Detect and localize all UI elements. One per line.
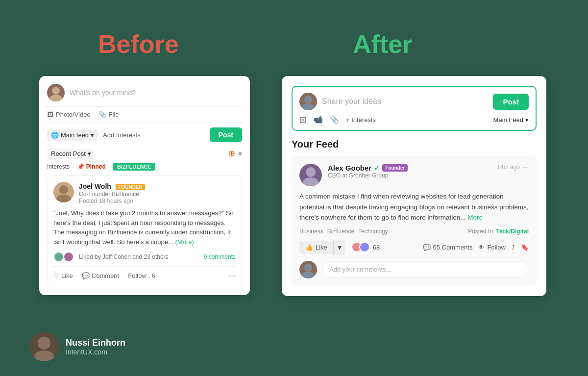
bizfluence-badge[interactable]: BIZFLUENCE bbox=[113, 163, 155, 171]
post-time: Posted 18 hours ago bbox=[79, 198, 236, 204]
post-username-row: Joel Wolh FOUNDER bbox=[79, 182, 236, 191]
compose-placeholder[interactable]: What's on your mind? bbox=[70, 89, 136, 97]
post-subtitle: Co-Founder Bizfluence bbox=[79, 191, 236, 198]
chevron-down-icon: ▾ bbox=[88, 150, 91, 157]
more-options-btn[interactable]: ··· bbox=[228, 271, 236, 281]
interests-btn[interactable]: + Interests bbox=[346, 116, 376, 124]
after-compose: Share your ideas Post 🖼 📹 📎 + Interests … bbox=[292, 86, 537, 131]
image-icon[interactable]: 🖼 bbox=[299, 116, 307, 124]
feed-post-header: Alex Goober ✓ Founder CEO at Gronher Gro… bbox=[299, 164, 529, 186]
comment-input[interactable]: Add your comments... bbox=[322, 261, 529, 277]
tag-technology[interactable]: Technology bbox=[358, 228, 388, 235]
footer-name: Nussi Einhorn bbox=[66, 338, 125, 348]
svg-point-8 bbox=[304, 264, 312, 272]
svg-point-2 bbox=[59, 185, 68, 194]
recent-post-selector[interactable]: Recent Post ▾ bbox=[47, 149, 95, 159]
post-footer: ♡ Like 💬 Comment Follow . 6 ··· bbox=[53, 266, 236, 281]
rss-icon[interactable]: ⊕ bbox=[228, 148, 235, 159]
feed-subtitle: CEO at Gronher Group bbox=[328, 172, 497, 179]
svg-point-3 bbox=[56, 195, 71, 202]
after-post-button[interactable]: Post bbox=[493, 94, 529, 110]
liked-text: Liked by Jeff Cohen and 23 others bbox=[79, 253, 169, 260]
post-button[interactable]: Post bbox=[210, 127, 242, 142]
post-card: Joel Wolh FOUNDER Co-Founder Bizfluence … bbox=[47, 175, 242, 287]
like-count: 68 bbox=[373, 244, 380, 251]
footer-info: Nussi Einhorn IntentUX.com bbox=[66, 338, 125, 356]
heart-icon: ♡ bbox=[53, 272, 59, 279]
posted-in: Posted In: Teck/Digital bbox=[468, 228, 529, 235]
your-feed-title: Your Feed bbox=[292, 139, 537, 150]
verified-icon: ✓ bbox=[374, 164, 380, 172]
before-card: What's on your mind? 🖼 Photo/Video 📎 Fil… bbox=[39, 76, 250, 295]
founder-badge-after: Founder bbox=[382, 164, 408, 172]
bookmark-link[interactable]: 🔖 bbox=[521, 244, 529, 251]
feed-user-info: Alex Goober ✓ Founder CEO at Gronher Gro… bbox=[328, 164, 497, 179]
comment-icon: 💬 bbox=[423, 244, 431, 251]
thumbs-up-icon: 👍 bbox=[305, 244, 313, 251]
actions-row: 🌐 Main feed ▾ Add Interests Post bbox=[47, 127, 242, 142]
comment-icon: 💬 bbox=[82, 272, 90, 279]
post-username: Joel Wolh bbox=[79, 182, 111, 190]
file-icon: 📎 bbox=[98, 111, 106, 118]
feed-actions-row: 👍 Like ▾ 68 💬 65 Comments 👁 Follow bbox=[299, 240, 529, 255]
page-footer: Nussi Einhorn IntentUX.com bbox=[29, 332, 125, 361]
mini-avatar bbox=[359, 242, 370, 252]
recent-post-row: Recent Post ▾ ⊕ ▾ bbox=[47, 148, 242, 159]
after-compose-bottom: 🖼 📹 📎 + Interests Main Feed ▾ bbox=[299, 115, 529, 124]
feed-post-card: Alex Goober ✓ Founder CEO at Gronher Gro… bbox=[292, 156, 537, 286]
svg-point-9 bbox=[302, 272, 315, 278]
commenter-avatar bbox=[299, 261, 317, 278]
post-text: "Joel, Why does it take you 2 months to … bbox=[53, 208, 236, 247]
feed-post-text: A common mistake I find when reviewing w… bbox=[299, 191, 529, 223]
attach-icon[interactable]: 📎 bbox=[330, 115, 339, 124]
interests-tag: Interests bbox=[47, 163, 70, 170]
compose-row: What's on your mind? bbox=[47, 84, 242, 101]
after-card: Share your ideas Post 🖼 📹 📎 + Interests … bbox=[282, 76, 546, 296]
svg-point-10 bbox=[38, 337, 50, 350]
follow-link[interactable]: 👁 Follow bbox=[478, 244, 506, 251]
pinned-tag: 📌 Pinned bbox=[77, 163, 105, 170]
footer-avatar bbox=[29, 332, 59, 361]
like-button[interactable]: 👍 Like bbox=[299, 241, 333, 254]
feed-time: 14m ago ··· bbox=[497, 164, 529, 171]
footer-site: IntentUX.com bbox=[66, 348, 125, 356]
liked-row: Liked by Jeff Cohen and 23 others 9 comm… bbox=[53, 251, 236, 262]
video-icon[interactable]: 📹 bbox=[314, 115, 323, 124]
svg-point-1 bbox=[49, 95, 62, 101]
file-btn[interactable]: 📎 File bbox=[98, 111, 119, 118]
eye-icon: 👁 bbox=[478, 244, 485, 251]
svg-point-5 bbox=[302, 103, 315, 110]
tag-business[interactable]: Business bbox=[299, 228, 323, 235]
add-interests-link[interactable]: Add Interests bbox=[103, 131, 205, 139]
photo-video-btn[interactable]: 🖼 Photo/Video bbox=[47, 111, 91, 118]
after-feed-selector[interactable]: Main Feed ▾ bbox=[493, 116, 529, 124]
feed-more-link[interactable]: More bbox=[467, 214, 483, 221]
like-action[interactable]: ♡ Like bbox=[53, 272, 73, 279]
svg-point-7 bbox=[303, 177, 318, 186]
tag-bizfluence[interactable]: Bizfluence bbox=[327, 228, 354, 235]
media-row: 🖼 Photo/Video 📎 File bbox=[47, 106, 242, 123]
post-avatar bbox=[53, 182, 74, 202]
comment-action[interactable]: 💬 Comment bbox=[82, 272, 119, 279]
after-compose-top: Share your ideas Post bbox=[299, 93, 529, 110]
tags-row: Interests · 📌 Pinned · BIZFLUENCE bbox=[47, 163, 242, 171]
globe-icon: 🌐 bbox=[51, 131, 59, 139]
comments-link[interactable]: 9 comments bbox=[204, 253, 236, 260]
liked-avatars: Liked by Jeff Cohen and 23 others bbox=[53, 251, 169, 262]
photo-icon: 🖼 bbox=[47, 111, 53, 118]
chevron-down-icon: ▾ bbox=[238, 149, 242, 158]
more-options-btn[interactable]: ··· bbox=[524, 164, 529, 171]
follow-action[interactable]: Follow . 6 bbox=[128, 272, 155, 279]
chevron-down-icon: ▾ bbox=[91, 131, 94, 139]
svg-point-0 bbox=[52, 87, 60, 95]
after-label: After bbox=[353, 29, 412, 59]
like-dropdown[interactable]: ▾ bbox=[333, 240, 345, 255]
more-link[interactable]: (More) bbox=[175, 238, 194, 246]
svg-point-4 bbox=[304, 96, 312, 103]
before-label: Before bbox=[98, 29, 179, 59]
comments-link[interactable]: 💬 65 Comments bbox=[423, 244, 473, 251]
share-link[interactable]: ⤴ bbox=[512, 244, 515, 251]
after-compose-input[interactable]: Share your ideas bbox=[322, 97, 488, 106]
avatar bbox=[47, 84, 65, 101]
feed-selector[interactable]: 🌐 Main feed ▾ bbox=[47, 129, 98, 141]
